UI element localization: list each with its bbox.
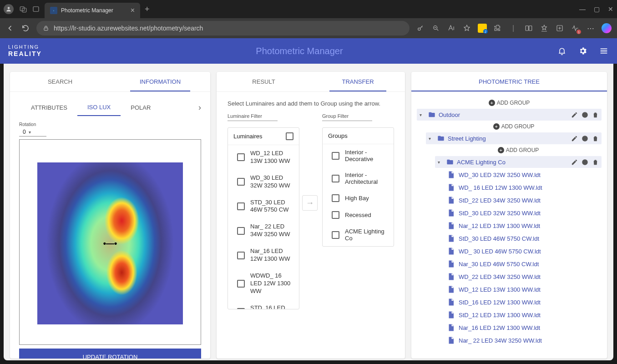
close-window-icon[interactable]: ✕: [608, 5, 613, 13]
minimize-icon[interactable]: —: [579, 5, 586, 13]
tab-information[interactable]: INFORMATION: [110, 72, 210, 91]
luminaire-item[interactable]: STD_16 LED 12W 1300 WW: [228, 300, 299, 309]
tree-file[interactable]: WD_ 16 LED 12W 1300 WW.ldt: [444, 181, 602, 194]
more-icon[interactable]: ⋯: [586, 24, 595, 33]
tree-file[interactable]: Nar_ 22 LED 34W 3250 WW.ldt: [444, 334, 602, 347]
group-checkbox[interactable]: [332, 175, 339, 182]
extensions-icon[interactable]: [493, 24, 502, 33]
edit-icon[interactable]: [571, 111, 578, 118]
transfer-arrow-button[interactable]: →: [302, 195, 318, 211]
upload-icon[interactable]: [550, 158, 557, 166]
luminaire-checkbox[interactable]: [237, 280, 245, 288]
new-tab-button[interactable]: +: [145, 5, 150, 14]
group-checkbox[interactable]: [332, 211, 339, 219]
download-icon[interactable]: [560, 158, 567, 166]
tree-file[interactable]: Nar_12 LED 13W 1300 WW.ldt: [444, 219, 602, 232]
remove-icon[interactable]: [581, 135, 588, 142]
tab-transfer[interactable]: TRANSFER: [311, 72, 405, 91]
tree-file[interactable]: StD_30 LED 46W 5750 CW.ldt: [444, 232, 602, 245]
tree-file[interactable]: StD_12 LED 13W 1300 WW.ldt: [444, 308, 602, 321]
group-item[interactable]: Interior - Decorative: [323, 144, 394, 167]
delete-icon[interactable]: [592, 135, 599, 142]
group-checkbox[interactable]: [332, 194, 339, 202]
tab-search[interactable]: SEARCH: [10, 72, 110, 91]
tab-actions-icon[interactable]: [32, 5, 40, 13]
add-group-button[interactable]: +ADD GROUP: [417, 97, 602, 108]
tree-file[interactable]: Nar_16 LED 12W 1300 WW.ldt: [444, 321, 602, 334]
zoom-icon[interactable]: [431, 24, 440, 33]
maximize-icon[interactable]: ▢: [594, 5, 600, 13]
group-item[interactable]: ACME Lighting Co: [323, 223, 394, 246]
workspaces-icon[interactable]: [19, 5, 27, 13]
notifications-icon[interactable]: [557, 46, 567, 56]
remove-icon[interactable]: [581, 158, 588, 166]
tree-file[interactable]: Nar_30 LED 46W 5750 CW.ldt: [444, 258, 602, 270]
download-icon[interactable]: [560, 135, 567, 142]
luminaire-checkbox[interactable]: [237, 227, 245, 235]
tree-folder-outdoor[interactable]: ▾Outdoor: [417, 109, 602, 121]
favorites-list-icon[interactable]: [540, 24, 549, 33]
subtab-isolux[interactable]: ISO LUX: [77, 99, 121, 116]
luminaire-item[interactable]: WD_30 LED 32W 3250 WW: [228, 170, 299, 194]
luminaire-item[interactable]: STD_30 LED 46W 5750 CW: [228, 194, 299, 219]
tree-file[interactable]: WD_30 LED 32W 3250 WW.ldt: [444, 168, 602, 181]
tree-file[interactable]: WD_ 30 LED 46W 5750 CW.ldt: [444, 245, 602, 258]
luminaire-item[interactable]: WD_12 LED 13W 1300 WW: [228, 145, 299, 170]
extension-badge[interactable]: [478, 24, 487, 33]
luminaire-label: STD_30 LED 46W 5750 CW: [250, 199, 293, 214]
settings-icon[interactable]: [578, 46, 588, 56]
luminaire-checkbox[interactable]: [237, 252, 245, 259]
key-icon[interactable]: [416, 24, 425, 33]
copilot-icon[interactable]: [602, 23, 612, 33]
tree-folder-acme[interactable]: ▾ACME Lighting Co: [435, 156, 602, 168]
refresh-icon[interactable]: [21, 24, 30, 33]
edit-icon[interactable]: [571, 158, 578, 166]
delete-icon[interactable]: [592, 158, 599, 166]
split-screen-icon[interactable]: [524, 24, 533, 33]
delete-icon[interactable]: [592, 111, 599, 118]
update-rotation-button[interactable]: UPDATE ROTATION: [19, 349, 201, 359]
tree-file[interactable]: StD_22 LED 34W 3250 WW.ldt: [444, 194, 602, 207]
luminaire-checkbox[interactable]: [237, 153, 245, 161]
group-filter-label[interactable]: Group Filter: [322, 113, 372, 121]
download-icon[interactable]: [560, 111, 567, 118]
luminaire-select-all-checkbox[interactable]: [286, 132, 293, 140]
subtab-attributes[interactable]: ATTRIBUTES: [21, 100, 77, 116]
tree-file[interactable]: WD_22 LED 34W 3250 WW.ldt: [444, 270, 602, 283]
group-checkbox[interactable]: [332, 152, 339, 160]
luminaire-item[interactable]: Nar_ 22 LED 34W 3250 WW: [228, 218, 299, 243]
luminaire-checkbox[interactable]: [237, 202, 245, 210]
profile-avatar[interactable]: [4, 4, 14, 14]
luminaire-checkbox[interactable]: [237, 308, 245, 309]
luminaire-checkbox[interactable]: [237, 178, 245, 186]
luminaire-filter-label[interactable]: Luminaire Filter: [228, 113, 278, 121]
group-item[interactable]: High Bay: [323, 190, 394, 207]
url-field[interactable]: https://lr-studio.azurewebsites.net/phot…: [36, 21, 410, 35]
tree-file[interactable]: StD_30 LED 32W 3250 WW.ldt: [444, 207, 602, 219]
remove-icon[interactable]: [581, 111, 588, 118]
edit-icon[interactable]: [571, 135, 578, 142]
luminaire-item[interactable]: Nar_16 LED 12W 1300 WW: [228, 243, 299, 268]
luminaire-item[interactable]: WDWD_ 16 LED 12W 1300 WW: [228, 268, 299, 300]
collections-icon[interactable]: [555, 24, 564, 33]
tree-folder-street[interactable]: ▾Street Lighting: [426, 132, 602, 144]
tab-photometric-tree[interactable]: PHOTOMETRIC TREE: [411, 72, 607, 91]
tab-result[interactable]: RESULT: [217, 72, 311, 91]
tab-close-icon[interactable]: ×: [131, 6, 135, 15]
back-icon[interactable]: [5, 24, 15, 33]
read-aloud-icon[interactable]: [447, 24, 456, 33]
add-group-button[interactable]: +ADD GROUP: [426, 121, 602, 132]
group-checkbox[interactable]: [332, 231, 339, 239]
group-item[interactable]: Recessed: [323, 207, 394, 223]
add-group-button[interactable]: +ADD GROUP: [435, 145, 602, 156]
menu-icon[interactable]: [599, 46, 609, 56]
favorite-icon[interactable]: [462, 24, 471, 33]
subtab-polar[interactable]: POLAR: [121, 100, 161, 116]
tree-file[interactable]: StD_16 LED 12W 1300 WW.ldt: [444, 296, 602, 308]
group-item[interactable]: Interior - Architectural: [323, 167, 394, 190]
browser-tab[interactable]: ◦ Photometric Manager ×: [45, 3, 140, 18]
tree-file[interactable]: WD_12 LED 13W 1300 WW.ldt: [444, 283, 602, 296]
performance-icon[interactable]: 1: [571, 24, 580, 33]
rotation-select[interactable]: 0: [19, 128, 46, 136]
subtab-scroll-right-icon[interactable]: ›: [198, 103, 201, 112]
